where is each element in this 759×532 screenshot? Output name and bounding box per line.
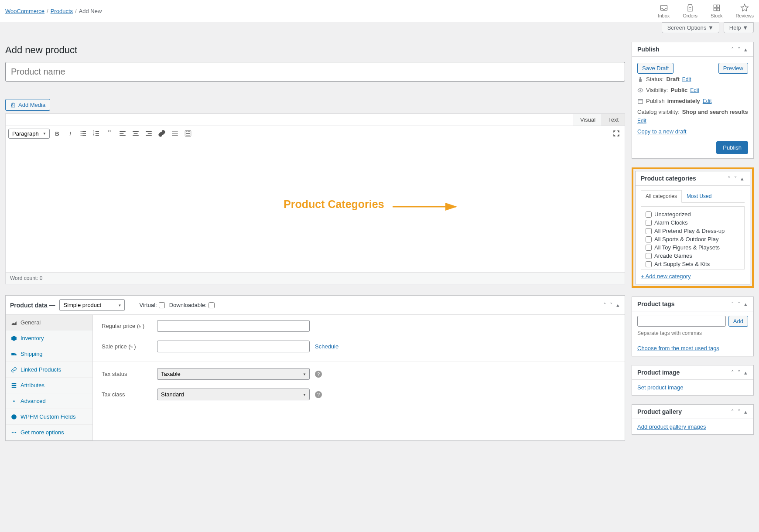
product-name-input[interactable] bbox=[5, 62, 625, 82]
tab-inventory[interactable]: Inventory bbox=[6, 331, 92, 346]
publish-button[interactable]: Publish bbox=[716, 141, 748, 154]
chevron-down-icon[interactable]: ˅ bbox=[737, 301, 742, 307]
chevron-down-icon[interactable]: ˅ bbox=[737, 409, 742, 415]
svg-rect-29 bbox=[172, 136, 178, 136]
copy-draft-link[interactable]: Copy to a new draft bbox=[637, 128, 687, 135]
product-type-select[interactable]: Simple product bbox=[59, 299, 125, 311]
chevron-down-icon[interactable]: ˅ bbox=[733, 175, 738, 182]
category-item[interactable]: Arcade Games bbox=[646, 252, 741, 260]
italic-icon[interactable]: I bbox=[65, 128, 76, 139]
fullscreen-icon[interactable] bbox=[611, 128, 622, 139]
tab-attributes[interactable]: Attributes bbox=[6, 378, 92, 393]
link-icon[interactable] bbox=[156, 128, 168, 139]
editor-textarea[interactable] bbox=[6, 141, 625, 272]
svg-rect-23 bbox=[133, 135, 139, 136]
format-select[interactable]: Paragraph bbox=[8, 129, 50, 139]
sort-icon[interactable]: ▴ bbox=[743, 301, 748, 307]
svg-rect-1 bbox=[714, 5, 716, 7]
align-right-icon[interactable] bbox=[143, 128, 154, 139]
tab-advanced[interactable]: Advanced bbox=[6, 393, 92, 409]
sort-icon[interactable]: ▴ bbox=[743, 409, 748, 415]
set-image-link[interactable]: Set product image bbox=[637, 384, 684, 391]
product-data-label: Product data — bbox=[10, 302, 55, 309]
preview-button[interactable]: Preview bbox=[718, 63, 748, 74]
insert-more-icon[interactable] bbox=[169, 128, 181, 139]
edit-status-link[interactable]: Edit bbox=[682, 76, 691, 82]
tab-linked[interactable]: Linked Products bbox=[6, 362, 92, 378]
virtual-checkbox[interactable] bbox=[159, 302, 165, 308]
save-draft-button[interactable]: Save Draft bbox=[637, 63, 674, 74]
tags-hint: Separate tags with commas bbox=[637, 330, 748, 336]
schedule-link[interactable]: Schedule bbox=[315, 343, 338, 350]
category-item[interactable]: All Pretend Play & Dress-up bbox=[646, 227, 741, 235]
tab-shipping[interactable]: Shipping bbox=[6, 346, 92, 362]
edit-catalog-link[interactable]: Edit bbox=[637, 118, 646, 124]
breadcrumb-woo[interactable]: WooCommerce bbox=[5, 8, 44, 14]
choose-tags-link[interactable]: Choose from the most used tags bbox=[637, 345, 719, 351]
sort-icon[interactable]: ▴ bbox=[743, 46, 748, 53]
help-icon[interactable]: ? bbox=[315, 371, 322, 378]
downloadable-checkbox-label[interactable]: Downloadable: bbox=[169, 302, 215, 308]
svg-rect-7 bbox=[82, 131, 86, 132]
orders-icon[interactable]: Orders bbox=[683, 3, 697, 18]
sort-icon[interactable]: ▴ bbox=[615, 302, 620, 308]
category-item[interactable]: All Toy Figures & Playsets bbox=[646, 243, 741, 252]
chevron-up-icon[interactable]: ˄ bbox=[727, 175, 732, 182]
screen-options-button[interactable]: Screen Options ▼ bbox=[662, 22, 719, 33]
svg-rect-13 bbox=[96, 131, 99, 132]
tab-wpfm[interactable]: WPFM Custom Fields bbox=[6, 409, 92, 425]
tab-more[interactable]: Get more options bbox=[6, 425, 92, 440]
tab-visual[interactable]: Visual bbox=[574, 114, 602, 126]
add-gallery-link[interactable]: Add product gallery images bbox=[637, 423, 706, 430]
sort-icon[interactable]: ▴ bbox=[743, 369, 748, 376]
edit-visibility-link[interactable]: Edit bbox=[690, 87, 699, 93]
chevron-down-icon[interactable]: ˅ bbox=[737, 46, 742, 53]
help-button[interactable]: Help ▼ bbox=[724, 22, 754, 33]
tab-text[interactable]: Text bbox=[602, 114, 625, 126]
image-title: Product image bbox=[637, 369, 680, 376]
tags-input[interactable] bbox=[637, 316, 726, 327]
chevron-up-icon[interactable]: ˄ bbox=[730, 46, 735, 53]
align-center-icon[interactable] bbox=[130, 128, 141, 139]
add-media-button[interactable]: Add Media bbox=[5, 99, 50, 111]
help-icon[interactable]: ? bbox=[315, 391, 322, 398]
sort-icon[interactable]: ▴ bbox=[740, 175, 745, 182]
svg-point-40 bbox=[11, 414, 17, 419]
downloadable-checkbox[interactable] bbox=[209, 302, 215, 308]
stock-icon[interactable]: Stock bbox=[711, 3, 723, 18]
tax-status-select[interactable]: Taxable bbox=[157, 368, 310, 380]
category-item[interactable]: Art Supply Sets & Kits bbox=[646, 260, 741, 268]
chevron-up-icon[interactable]: ˄ bbox=[730, 301, 735, 307]
chevron-down-icon[interactable]: ˅ bbox=[609, 302, 614, 308]
category-item[interactable]: All Sports & Outdoor Play bbox=[646, 235, 741, 243]
tax-class-select[interactable]: Standard bbox=[157, 389, 310, 400]
breadcrumb-products[interactable]: Products bbox=[51, 8, 73, 14]
add-tag-button[interactable]: Add bbox=[728, 316, 748, 327]
svg-point-6 bbox=[81, 131, 82, 132]
tab-most-used[interactable]: Most Used bbox=[682, 190, 716, 202]
chevron-down-icon[interactable]: ˅ bbox=[737, 369, 742, 376]
bold-icon[interactable]: B bbox=[51, 128, 63, 139]
toolbar-toggle-icon[interactable] bbox=[182, 128, 194, 139]
category-item[interactable]: Uncategorized bbox=[646, 210, 741, 218]
regular-price-input[interactable] bbox=[157, 320, 310, 332]
sale-price-input[interactable] bbox=[157, 341, 310, 352]
quote-icon[interactable]: " bbox=[104, 128, 115, 139]
category-list[interactable]: Uncategorized Alarm Clocks All Pretend P… bbox=[641, 206, 745, 269]
category-item[interactable]: Arts & Crafts bbox=[646, 268, 741, 269]
add-category-link[interactable]: + Add new category bbox=[641, 273, 691, 280]
virtual-checkbox-label[interactable]: Virtual: bbox=[139, 302, 164, 308]
bullet-list-icon[interactable] bbox=[78, 128, 89, 139]
tab-all-categories[interactable]: All categories bbox=[641, 190, 682, 203]
tab-general[interactable]: General bbox=[6, 315, 92, 331]
reviews-icon[interactable]: Reviews bbox=[735, 3, 754, 18]
svg-rect-20 bbox=[120, 135, 126, 136]
inbox-icon[interactable]: Inbox bbox=[658, 3, 670, 18]
number-list-icon[interactable]: 123 bbox=[91, 128, 102, 139]
edit-publish-link[interactable]: Edit bbox=[703, 98, 712, 104]
chevron-up-icon[interactable]: ˄ bbox=[602, 302, 607, 308]
chevron-up-icon[interactable]: ˄ bbox=[730, 409, 735, 415]
align-left-icon[interactable] bbox=[117, 128, 128, 139]
chevron-up-icon[interactable]: ˄ bbox=[730, 369, 735, 376]
category-item[interactable]: Alarm Clocks bbox=[646, 218, 741, 227]
